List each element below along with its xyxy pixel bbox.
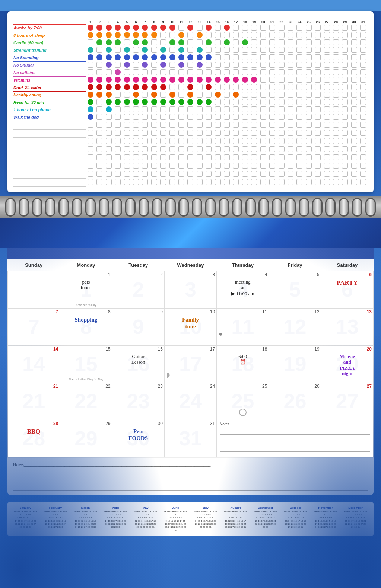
habit-cell-4-1[interactable] <box>95 54 104 61</box>
habit-cell-9-16[interactable] <box>231 91 240 99</box>
habit-cell-11-6[interactable] <box>140 106 149 114</box>
habit-cell-1-6[interactable] <box>140 32 149 39</box>
habit-empty-cell-0-19[interactable] <box>259 121 268 129</box>
habit-cell-5-19[interactable] <box>259 61 268 69</box>
habit-cell-11-12[interactable] <box>195 106 204 114</box>
habit-empty-cell-7-6[interactable] <box>140 178 149 186</box>
habit-empty-cell-0-22[interactable] <box>286 121 295 129</box>
habit-empty-cell-5-28[interactable] <box>340 162 349 170</box>
habit-cell-5-29[interactable] <box>350 61 359 69</box>
cal-cell-4-0[interactable]: 2828BBQ <box>8 420 60 457</box>
habit-cell-2-0[interactable] <box>86 39 95 47</box>
habit-empty-cell-2-4[interactable] <box>122 137 131 146</box>
habit-cell-1-10[interactable] <box>177 32 186 39</box>
habit-empty-cell-3-23[interactable] <box>295 146 304 154</box>
habit-cell-10-17[interactable] <box>241 99 250 106</box>
habit-cell-8-21[interactable] <box>277 84 286 91</box>
habit-empty-cell-5-14[interactable] <box>213 162 222 170</box>
habit-empty-name-5[interactable] <box>13 162 86 170</box>
habit-empty-cell-1-22[interactable] <box>286 129 295 137</box>
habit-cell-8-30[interactable] <box>359 84 368 91</box>
habit-cell-9-9[interactable] <box>168 91 177 99</box>
habit-cell-3-24[interactable] <box>304 47 313 54</box>
habit-empty-cell-1-29[interactable] <box>350 129 359 137</box>
habit-empty-cell-4-20[interactable] <box>268 154 277 162</box>
habit-cell-5-25[interactable] <box>313 61 322 69</box>
habit-cell-9-12[interactable] <box>195 91 204 99</box>
habit-cell-10-18[interactable] <box>250 99 258 106</box>
habit-empty-cell-7-4[interactable] <box>122 178 131 186</box>
cal-cell-1-6[interactable]: 1313 <box>321 308 373 345</box>
habit-cell-9-24[interactable] <box>304 91 313 99</box>
habit-empty-cell-6-0[interactable] <box>86 170 95 178</box>
habit-cell-7-12[interactable] <box>195 76 204 84</box>
habit-empty-cell-7-19[interactable] <box>259 178 268 186</box>
habit-cell-6-22[interactable] <box>286 69 295 76</box>
habit-empty-cell-7-23[interactable] <box>295 178 304 186</box>
habit-empty-cell-4-23[interactable] <box>295 154 304 162</box>
habit-cell-9-18[interactable] <box>250 91 258 99</box>
habit-empty-cell-2-24[interactable] <box>304 137 313 146</box>
habit-cell-1-19[interactable] <box>259 32 268 39</box>
habit-empty-cell-5-18[interactable] <box>250 162 258 170</box>
habit-cell-2-5[interactable] <box>131 39 140 47</box>
habit-cell-5-0[interactable] <box>86 61 95 69</box>
habit-cell-1-7[interactable] <box>150 32 159 39</box>
habit-cell-9-8[interactable] <box>159 91 168 99</box>
habit-cell-4-22[interactable] <box>286 54 295 61</box>
habit-empty-cell-2-10[interactable] <box>177 137 186 146</box>
habit-cell-0-25[interactable] <box>313 24 322 32</box>
habit-empty-cell-7-28[interactable] <box>340 178 349 186</box>
habit-cell-4-28[interactable] <box>340 54 349 61</box>
cal-cell-2-3[interactable]: 1717◗ <box>164 345 216 383</box>
habit-cell-11-10[interactable] <box>177 106 186 114</box>
habit-empty-cell-3-11[interactable] <box>186 146 195 154</box>
habit-empty-cell-1-23[interactable] <box>295 129 304 137</box>
habit-cell-3-20[interactable] <box>268 47 277 54</box>
habit-empty-cell-6-4[interactable] <box>122 170 131 178</box>
habit-empty-cell-5-25[interactable] <box>313 162 322 170</box>
habit-cell-8-12[interactable] <box>195 84 204 91</box>
habit-cell-3-23[interactable] <box>295 47 304 54</box>
habit-empty-cell-4-26[interactable] <box>322 154 331 162</box>
habit-empty-cell-0-24[interactable] <box>304 121 313 129</box>
habit-empty-cell-0-11[interactable] <box>186 121 195 129</box>
habit-empty-cell-3-7[interactable] <box>150 146 159 154</box>
habit-cell-11-15[interactable] <box>222 106 231 114</box>
habit-empty-cell-0-2[interactable] <box>104 121 113 129</box>
habit-cell-10-8[interactable] <box>159 99 168 106</box>
cal-cell-0-3[interactable]: 33 <box>164 271 216 308</box>
cal-cell-4-4[interactable]: Notes____________________ <box>217 420 374 457</box>
habit-cell-9-4[interactable] <box>122 91 131 99</box>
habit-cell-9-13[interactable] <box>204 91 213 99</box>
habit-cell-11-25[interactable] <box>313 106 322 114</box>
habit-cell-10-14[interactable] <box>213 99 222 106</box>
habit-cell-6-14[interactable] <box>213 69 222 76</box>
habit-empty-cell-5-27[interactable] <box>331 162 340 170</box>
habit-empty-cell-1-19[interactable] <box>259 129 268 137</box>
habit-cell-11-5[interactable] <box>131 106 140 114</box>
habit-cell-10-24[interactable] <box>304 99 313 106</box>
habit-empty-cell-7-7[interactable] <box>150 178 159 186</box>
habit-cell-6-13[interactable] <box>204 69 213 76</box>
habit-cell-4-23[interactable] <box>295 54 304 61</box>
habit-empty-cell-3-9[interactable] <box>168 146 177 154</box>
cal-cell-4-1[interactable]: 2929 <box>60 420 112 457</box>
habit-empty-cell-2-26[interactable] <box>322 137 331 146</box>
habit-cell-7-4[interactable] <box>122 76 131 84</box>
habit-empty-cell-5-13[interactable] <box>204 162 213 170</box>
habit-empty-cell-2-6[interactable] <box>140 137 149 146</box>
habit-cell-1-12[interactable] <box>195 32 204 39</box>
habit-cell-2-3[interactable] <box>113 39 122 47</box>
habit-cell-12-30[interactable] <box>359 114 368 121</box>
habit-empty-cell-2-28[interactable] <box>340 137 349 146</box>
habit-cell-3-6[interactable] <box>140 47 149 54</box>
habit-cell-5-2[interactable] <box>104 61 113 69</box>
habit-cell-12-29[interactable] <box>350 114 359 121</box>
habit-cell-12-25[interactable] <box>313 114 322 121</box>
habit-empty-cell-1-15[interactable] <box>222 129 231 137</box>
habit-empty-cell-7-12[interactable] <box>195 178 204 186</box>
habit-cell-8-26[interactable] <box>322 84 331 91</box>
habit-empty-cell-0-21[interactable] <box>277 121 286 129</box>
habit-cell-0-24[interactable] <box>304 24 313 32</box>
